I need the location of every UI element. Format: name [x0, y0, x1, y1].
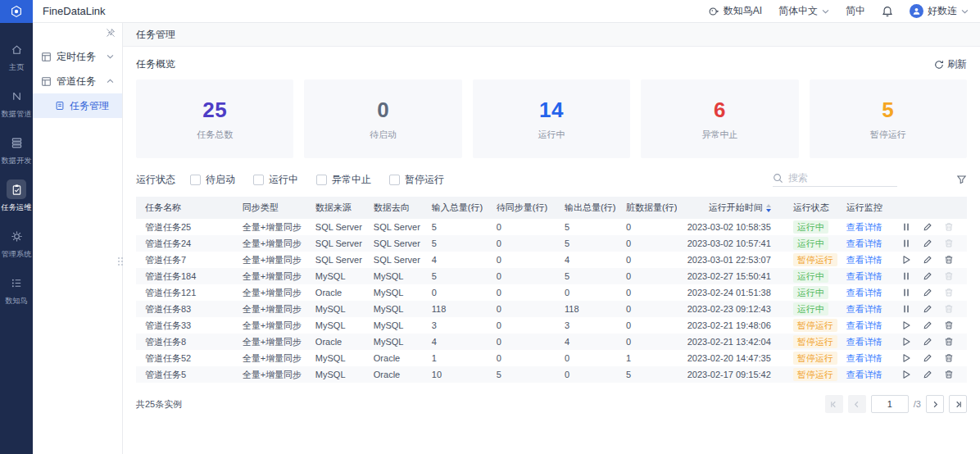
cell-actions: [892, 366, 967, 383]
view-details-link[interactable]: 查看详情: [846, 238, 882, 248]
cell-monitor: 查看详情: [837, 317, 892, 334]
view-details-link[interactable]: 查看详情: [846, 353, 882, 363]
primary-nav-data-develop[interactable]: 数据开发: [0, 133, 33, 166]
view-details-link[interactable]: 查看详情: [846, 320, 882, 330]
view-details-link[interactable]: 查看详情: [846, 255, 882, 265]
stat-value: 0: [377, 98, 389, 123]
primary-nav-data-pipeline[interactable]: 数据管道: [0, 86, 33, 120]
view-details-link[interactable]: 查看详情: [846, 271, 882, 281]
status-badge: 暂停运行: [793, 335, 837, 348]
chevron-down-icon: [822, 9, 829, 14]
last-page-button[interactable]: [949, 395, 967, 413]
view-details-link[interactable]: 查看详情: [846, 222, 882, 232]
delete-icon[interactable]: [944, 370, 954, 379]
edit-icon[interactable]: [923, 337, 932, 347]
cell-data-target: SQL Server: [365, 235, 423, 252]
edit-icon[interactable]: [923, 304, 932, 314]
play-icon[interactable]: [901, 320, 911, 330]
sort-descending-icon[interactable]: [766, 204, 771, 212]
folder-tasks-icon: [41, 76, 52, 87]
secondary-nav-label: 管道任务: [57, 75, 96, 89]
primary-nav-shuzhiniao[interactable]: 数知鸟: [4, 273, 29, 306]
table-row: 管道任务24全量+增量同步SQL ServerSQL Server5050202…: [136, 235, 967, 252]
column-header: 运行监控: [837, 197, 892, 219]
play-icon[interactable]: [901, 353, 911, 363]
filter-funnel-icon[interactable]: [956, 175, 967, 185]
delete-icon[interactable]: [944, 337, 954, 347]
pause-icon[interactable]: [901, 271, 911, 281]
edit-icon[interactable]: [923, 288, 932, 297]
checkbox-icon: [316, 175, 327, 185]
search-box[interactable]: [773, 172, 897, 187]
status-filter-checkbox[interactable]: 暂停运行: [389, 173, 444, 187]
status-filter-checkbox[interactable]: 待启动: [190, 173, 235, 187]
primary-nav-task-ops[interactable]: 任务运维: [0, 179, 33, 213]
cell-data-source: MySQL: [306, 301, 365, 317]
edit-icon[interactable]: [923, 238, 932, 248]
sidebar-resize-handle[interactable]: [118, 257, 123, 266]
edit-icon[interactable]: [923, 370, 932, 379]
app-logo[interactable]: [0, 0, 33, 23]
notifications-button[interactable]: [882, 6, 893, 17]
cell-pending-sync: 5: [488, 366, 556, 383]
overview-title: 任务概览: [136, 57, 175, 71]
cell-data-target: SQL Server: [365, 252, 423, 268]
pause-icon[interactable]: [901, 304, 911, 314]
edit-icon[interactable]: [923, 320, 932, 330]
edit-icon[interactable]: [923, 271, 932, 281]
stat-label: 任务总数: [197, 129, 233, 141]
edit-icon[interactable]: [923, 222, 932, 232]
cell-dirty-data: 0: [617, 268, 677, 284]
username-label: 好数连: [928, 4, 957, 18]
page-number-input[interactable]: [871, 395, 909, 413]
play-icon[interactable]: [901, 337, 911, 347]
delete-icon[interactable]: [944, 255, 954, 265]
cell-data-target: MySQL: [365, 301, 423, 317]
refresh-button[interactable]: 刷新: [934, 57, 967, 71]
view-details-link[interactable]: 查看详情: [846, 304, 882, 314]
next-page-button[interactable]: [926, 395, 944, 413]
delete-icon[interactable]: [944, 353, 954, 363]
status-filter-checkbox[interactable]: 异常中止: [316, 173, 371, 187]
view-details-link[interactable]: 查看详情: [846, 337, 882, 347]
status-filter-checkbox[interactable]: 运行中: [253, 173, 298, 187]
play-icon[interactable]: [901, 255, 911, 265]
edit-icon[interactable]: [923, 255, 932, 265]
pause-icon[interactable]: [901, 222, 911, 232]
cell-status: 运行中: [784, 219, 837, 235]
primary-nav-system-settings[interactable]: 管理系统: [0, 226, 33, 260]
stat-value: 5: [882, 98, 894, 123]
user-menu[interactable]: 好数连: [910, 4, 969, 18]
status-badge: 运行中: [793, 270, 828, 283]
cell-output-total: 5: [556, 268, 617, 284]
column-header[interactable]: 运行开始时间: [677, 197, 784, 219]
primary-nav-home[interactable]: 主页: [7, 39, 26, 73]
column-header-actions: [892, 197, 967, 219]
delete-icon: [944, 288, 954, 297]
secondary-nav-label: 定时任务: [57, 50, 96, 64]
edit-icon[interactable]: [923, 353, 932, 363]
search-input[interactable]: [788, 172, 887, 184]
cell-actions: [892, 350, 967, 366]
cell-dirty-data: 0: [617, 219, 677, 235]
view-details-link[interactable]: 查看详情: [846, 288, 882, 297]
run-status-filter-label: 运行状态: [136, 173, 175, 187]
unpin-icon[interactable]: [106, 28, 116, 38]
secondary-nav-item-task-management[interactable]: 任务管理: [33, 93, 122, 118]
pause-icon[interactable]: [901, 238, 911, 248]
pagination: /3: [825, 395, 967, 413]
secondary-sidebar: 定时任务 管道任务 任务管理: [33, 23, 123, 454]
secondary-nav-group[interactable]: 定时任务: [33, 44, 122, 69]
secondary-nav-label: 任务管理: [70, 99, 109, 113]
cell-task-name: 管道任务25: [136, 219, 234, 235]
cell-data-target: SQL Server: [365, 219, 423, 235]
view-details-link[interactable]: 查看详情: [846, 370, 882, 379]
pause-icon[interactable]: [901, 288, 911, 297]
total-instances-label: 共25条实例: [136, 398, 182, 411]
cell-data-source: MySQL: [306, 350, 365, 366]
play-icon[interactable]: [901, 370, 911, 379]
secondary-nav-group[interactable]: 管道任务: [33, 69, 122, 93]
delete-icon[interactable]: [944, 320, 954, 330]
language-selector[interactable]: 简体中文: [778, 4, 829, 18]
ai-assistant-button[interactable]: 数知鸟AI: [708, 4, 762, 18]
